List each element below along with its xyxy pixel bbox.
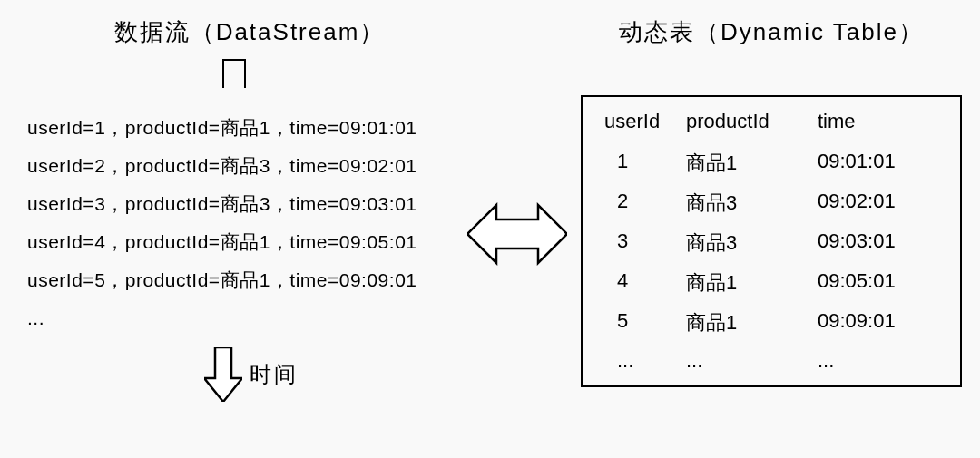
stream-record: userId=3，productId=商品3，time=09:03:01 [27, 191, 417, 217]
open-rectangle-icon [222, 59, 246, 88]
cell-productid: 商品1 [686, 150, 818, 177]
cell-ellipsis: ... [818, 349, 954, 373]
down-arrow-icon [204, 347, 242, 402]
cell-time: 09:03:01 [818, 229, 954, 257]
dynamic-table-title: 动态表（Dynamic Table） [619, 16, 924, 48]
stream-ellipsis: ... [27, 307, 417, 329]
cell-ellipsis: ... [686, 349, 818, 373]
cell-productid: 商品1 [686, 269, 818, 297]
cell-userid: 5 [604, 309, 686, 336]
cell-userid: 2 [604, 190, 686, 217]
table-header-row: userId productId time [604, 110, 938, 133]
svg-marker-1 [467, 205, 567, 263]
stream-record: userId=2，productId=商品3，time=09:02:01 [27, 153, 417, 179]
cell-time: 09:09:01 [818, 309, 954, 336]
col-header-time: time [818, 110, 954, 133]
table-row: 2 商品3 09:02:01 [604, 190, 938, 217]
table-body: 1 商品1 09:01:01 2 商品3 09:02:01 3 商品3 09:0… [604, 150, 938, 373]
datastream-title: 数据流（DataStream） [114, 16, 386, 48]
cell-productid: 商品3 [686, 229, 818, 257]
dynamic-table: userId productId time 1 商品1 09:01:01 2 商… [581, 95, 962, 387]
cell-time: 09:05:01 [818, 269, 954, 297]
table-row: 4 商品1 09:05:01 [604, 269, 938, 297]
table-row-ellipsis: ... ... ... [604, 349, 938, 373]
stream-records: userId=1，productId=商品1，time=09:01:01 use… [27, 115, 417, 329]
stream-record: userId=1，productId=商品1，time=09:01:01 [27, 115, 417, 141]
col-header-userid: userId [604, 110, 686, 133]
cell-userid: 3 [604, 229, 686, 257]
cell-userid: 1 [604, 150, 686, 177]
table-row: 5 商品1 09:09:01 [604, 309, 938, 336]
col-header-productid: productId [686, 110, 818, 133]
time-arrow-group: 时间 [204, 347, 299, 402]
cell-userid: 4 [604, 269, 686, 297]
dynamic-table-panel: 动态表（Dynamic Table） userId productId time… [572, 16, 980, 387]
stream-record: userId=5，productId=商品1，time=09:09:01 [27, 268, 417, 293]
svg-marker-0 [204, 347, 242, 402]
bidirectional-arrow-block [463, 53, 572, 415]
cell-productid: 商品3 [686, 190, 818, 217]
time-label: 时间 [250, 360, 299, 389]
table-row: 3 商品3 09:03:01 [604, 229, 938, 257]
datastream-panel: 数据流（DataStream） userId=1，productId=商品1，t… [27, 16, 463, 402]
stream-record: userId=4，productId=商品1，time=09:05:01 [27, 229, 417, 255]
bidirectional-arrow-icon [467, 198, 567, 270]
cell-time: 09:02:01 [818, 190, 954, 217]
table-row: 1 商品1 09:01:01 [604, 150, 938, 177]
cell-time: 09:01:01 [818, 150, 954, 177]
cell-ellipsis: ... [604, 349, 686, 373]
cell-productid: 商品1 [686, 309, 818, 336]
